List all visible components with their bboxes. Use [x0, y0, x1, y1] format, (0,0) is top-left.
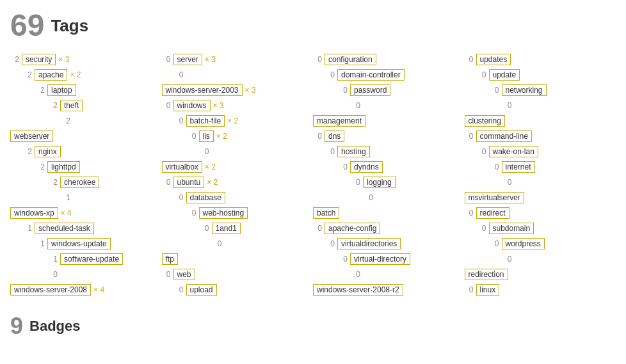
tag-count-value: 0: [162, 55, 171, 64]
tag-label[interactable]: batch-file: [186, 115, 225, 127]
tag-row: 0virtual-directory: [313, 252, 465, 266]
tag-label[interactable]: server: [173, 54, 202, 65]
tag-label[interactable]: update: [489, 69, 520, 81]
tag-count-value: 2: [49, 178, 58, 187]
tag-multiplier: × 2: [227, 116, 238, 125]
tag-label[interactable]: windows-server-2008-r2: [313, 284, 403, 296]
tag-multiplier: × 4: [61, 209, 72, 218]
tag-column-col4: 0updates0update0networking0clustering0co…: [465, 52, 616, 297]
tag-count-value: 0: [465, 55, 474, 64]
tag-label[interactable]: ftp: [162, 253, 178, 265]
tag-count-value: 0: [175, 285, 184, 294]
tag-label[interactable]: windows-server-2003: [162, 84, 243, 96]
tag-label[interactable]: logging: [363, 177, 396, 188]
tag-label[interactable]: msvirtualserver: [465, 192, 524, 203]
tag-row: 0logging: [313, 175, 465, 189]
tag-label[interactable]: upload: [186, 284, 217, 296]
tag-label[interactable]: management: [313, 115, 365, 127]
tag-label[interactable]: 1and1: [212, 223, 241, 234]
tag-count-value: 0: [339, 255, 348, 264]
tag-count-value: 0: [162, 270, 171, 279]
tag-count-value: 0: [313, 132, 322, 141]
tag-count-value: 1: [49, 255, 58, 264]
tag-label[interactable]: updates: [476, 54, 511, 65]
tag-label[interactable]: apache-config: [325, 223, 380, 234]
tag-column-col2: 0server× 30windows-server-2003× 30window…: [162, 52, 314, 297]
tag-count-value: 2: [23, 70, 32, 79]
tag-label[interactable]: dns: [325, 131, 344, 142]
tag-column-col3: 0configuration0domain-controller0passwor…: [313, 52, 465, 297]
tag-multiplier: × 2: [205, 162, 216, 171]
tag-count-value: 0: [364, 193, 373, 202]
tag-row: virtualbox× 2: [162, 160, 314, 174]
tag-label[interactable]: virtualdirectories: [337, 238, 401, 249]
tag-label[interactable]: security: [22, 54, 56, 65]
tag-label[interactable]: windows-server-2008: [10, 284, 91, 296]
tag-row: 2lighttpd: [10, 160, 162, 174]
tag-label[interactable]: webserver: [10, 131, 53, 142]
tag-label[interactable]: windows-xp: [10, 207, 58, 219]
tag-label[interactable]: redirection: [465, 269, 508, 280]
tag-label[interactable]: linux: [476, 284, 500, 296]
tag-label[interactable]: internet: [502, 161, 535, 173]
tag-label[interactable]: windows-update: [47, 238, 111, 249]
tag-row: 0networking: [465, 83, 616, 97]
tag-row: 01and1: [162, 221, 314, 235]
tag-multiplier: × 2: [207, 178, 218, 187]
tag-label[interactable]: password: [350, 84, 390, 96]
tag-row: 0web-hosting: [162, 206, 314, 220]
tag-multiplier: × 2: [216, 132, 227, 141]
tag-label[interactable]: web-hosting: [199, 207, 248, 219]
tag-count-value: 2: [61, 116, 70, 125]
tag-row: 0: [162, 68, 314, 82]
tag-label[interactable]: batch: [313, 207, 339, 219]
tag-row: 0database: [162, 191, 314, 205]
tag-label[interactable]: apache: [35, 69, 67, 81]
tag-row: management: [313, 114, 465, 128]
tag-count-value: 0: [478, 147, 486, 156]
tag-label[interactable]: command-line: [476, 131, 532, 142]
tag-label[interactable]: domain-controller: [337, 69, 405, 81]
tag-label[interactable]: laptop: [47, 84, 76, 96]
tag-label[interactable]: hosting: [337, 146, 370, 157]
tag-label[interactable]: redirect: [476, 207, 510, 219]
tag-count-value: 0: [503, 178, 512, 187]
tag-label[interactable]: wake-on-lan: [489, 146, 538, 157]
tag-label[interactable]: configuration: [325, 54, 376, 65]
tag-label[interactable]: wordpress: [502, 238, 545, 249]
tag-row: msvirtualserver: [465, 191, 616, 205]
tag-count-value: 0: [490, 162, 499, 171]
tag-label[interactable]: ubuntu: [173, 177, 205, 188]
tag-label[interactable]: database: [186, 192, 225, 203]
tag-label[interactable]: iis: [199, 131, 214, 142]
tag-label[interactable]: web: [173, 269, 195, 280]
tag-row: 0linux: [465, 283, 616, 297]
tag-count-value: 0: [49, 270, 58, 279]
tag-label[interactable]: subdomain: [489, 223, 534, 234]
tag-label[interactable]: cherokee: [60, 177, 99, 188]
tag-label[interactable]: networking: [502, 84, 547, 96]
tag-label[interactable]: scheduled-task: [35, 223, 94, 234]
tag-label[interactable]: dyndns: [350, 161, 383, 173]
tag-label[interactable]: windows: [173, 100, 211, 111]
tag-row: 0: [313, 267, 465, 281]
tag-row: 0password: [313, 83, 465, 97]
tag-row: 0: [162, 237, 314, 251]
tag-label[interactable]: lighttpd: [47, 161, 80, 173]
tag-count-value: 0: [351, 178, 360, 187]
tag-count-value: 0: [326, 239, 335, 248]
tag-row: 0: [313, 99, 465, 113]
tag-count-value: 0: [351, 270, 360, 279]
tag-count-value: 0: [503, 101, 512, 110]
tag-row: 2apache× 2: [10, 68, 162, 82]
tag-label[interactable]: virtual-directory: [350, 253, 410, 265]
tag-label[interactable]: virtualbox: [162, 161, 202, 173]
tag-label[interactable]: nginx: [35, 146, 61, 157]
tag-label[interactable]: theft: [60, 100, 83, 111]
tag-row: 0upload: [162, 283, 314, 297]
tag-multiplier: × 3: [58, 55, 69, 64]
tag-label[interactable]: clustering: [465, 115, 505, 127]
tag-label[interactable]: software-update: [60, 253, 123, 265]
tag-row: 1: [10, 191, 162, 205]
tag-count-value: 0: [200, 224, 209, 233]
